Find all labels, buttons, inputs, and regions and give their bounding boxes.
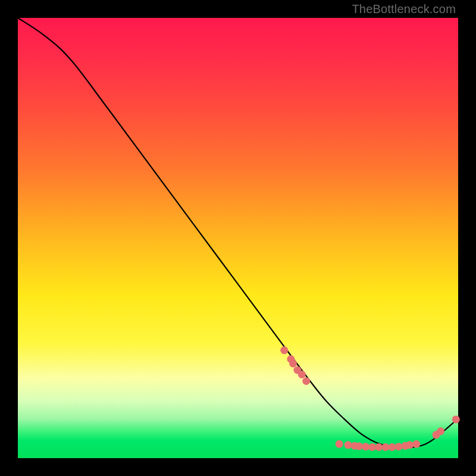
data-marker: [375, 443, 383, 451]
curve-markers: [280, 346, 460, 451]
data-marker: [437, 427, 444, 435]
data-marker: [280, 346, 288, 354]
data-marker: [302, 377, 310, 385]
data-marker: [362, 443, 369, 450]
data-marker: [368, 443, 376, 451]
chart-frame: TheBottleneck.com: [0, 0, 476, 476]
data-marker: [406, 441, 414, 449]
data-marker: [298, 371, 306, 378]
watermark-text: TheBottleneck.com: [352, 2, 456, 16]
data-marker: [336, 440, 343, 448]
data-marker: [389, 443, 396, 451]
curve-line: [18, 18, 458, 448]
data-marker: [395, 443, 403, 450]
plot-area: [18, 18, 458, 458]
data-marker: [412, 440, 420, 448]
data-marker: [289, 359, 297, 367]
data-marker: [345, 441, 352, 449]
data-marker: [355, 443, 363, 450]
data-marker: [381, 443, 389, 451]
chart-svg: [18, 18, 458, 458]
data-marker: [452, 415, 460, 423]
